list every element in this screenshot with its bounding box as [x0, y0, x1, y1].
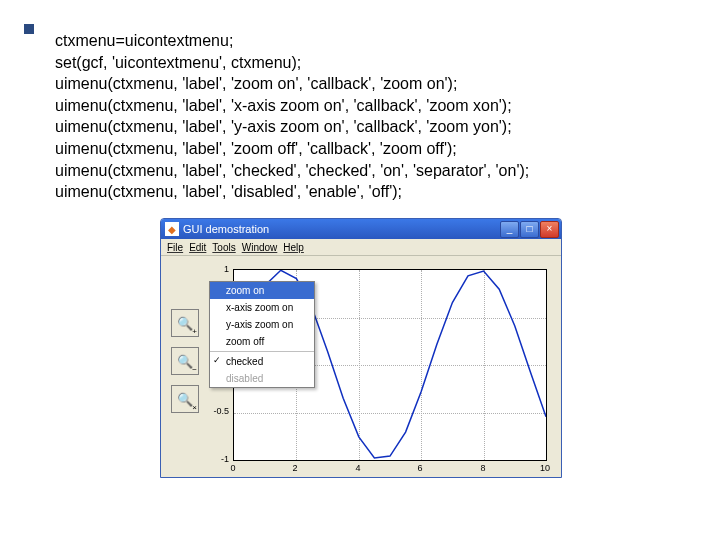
toolbar: 🔍+ 🔍− 🔍×	[171, 309, 197, 413]
context-menu[interactable]: zoom on x-axis zoom on y-axis zoom on zo…	[209, 281, 315, 388]
ctx-y-zoom-on[interactable]: y-axis zoom on	[210, 316, 314, 333]
code-line: set(gcf, 'uicontextmenu', ctxmenu);	[55, 52, 529, 74]
ctx-separator	[210, 351, 314, 352]
ytick: 1	[224, 264, 229, 274]
ctx-zoom-off[interactable]: zoom off	[210, 333, 314, 350]
xtick: 8	[480, 463, 485, 473]
zoom-out-icon[interactable]: 🔍−	[171, 347, 199, 375]
code-line: uimenu(ctxmenu, 'label', 'zoom off', 'ca…	[55, 138, 529, 160]
titlebar[interactable]: ◆ GUI demostration _ □ ×	[161, 219, 561, 239]
menu-help[interactable]: Help	[283, 242, 304, 253]
xtick: 0	[230, 463, 235, 473]
menubar: File Edit Tools Window Help	[161, 239, 561, 256]
code-line: uimenu(ctxmenu, 'label', 'zoom on', 'cal…	[55, 73, 529, 95]
ctx-zoom-on[interactable]: zoom on	[210, 282, 314, 299]
maximize-button[interactable]: □	[520, 221, 539, 238]
menu-edit[interactable]: Edit	[189, 242, 206, 253]
xtick: 10	[540, 463, 550, 473]
ytick: -1	[221, 454, 229, 464]
slide-bullet	[20, 20, 34, 34]
xtick: 4	[355, 463, 360, 473]
gui-figure-window: ◆ GUI demostration _ □ × File Edit Tools…	[160, 218, 562, 478]
zoom-in-icon[interactable]: 🔍+	[171, 309, 199, 337]
matlab-icon: ◆	[165, 222, 179, 236]
xtick: 6	[417, 463, 422, 473]
code-line: uimenu(ctxmenu, 'label', 'checked', 'che…	[55, 160, 529, 182]
code-line: ctxmenu=uicontextmenu;	[55, 30, 529, 52]
code-line: uimenu(ctxmenu, 'label', 'disabled', 'en…	[55, 181, 529, 203]
zoom-reset-icon[interactable]: 🔍×	[171, 385, 199, 413]
window-title: GUI demostration	[183, 223, 269, 235]
menu-file[interactable]: File	[167, 242, 183, 253]
ctx-checked[interactable]: checked	[210, 353, 314, 370]
minimize-button[interactable]: _	[500, 221, 519, 238]
menu-window[interactable]: Window	[242, 242, 278, 253]
code-line: uimenu(ctxmenu, 'label', 'y-axis zoom on…	[55, 116, 529, 138]
xtick: 2	[292, 463, 297, 473]
close-button[interactable]: ×	[540, 221, 559, 238]
code-line: uimenu(ctxmenu, 'label', 'x-axis zoom on…	[55, 95, 529, 117]
code-block: ctxmenu=uicontextmenu; set(gcf, 'uiconte…	[55, 30, 529, 203]
ctx-disabled: disabled	[210, 370, 314, 387]
ytick: -0.5	[213, 406, 229, 416]
menu-tools[interactable]: Tools	[212, 242, 235, 253]
ctx-x-zoom-on[interactable]: x-axis zoom on	[210, 299, 314, 316]
